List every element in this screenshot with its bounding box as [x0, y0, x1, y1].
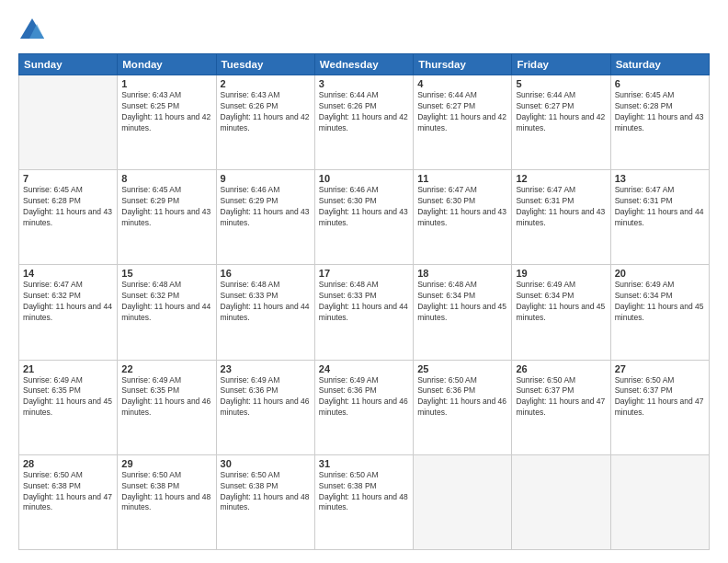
day-number: 28: [23, 458, 113, 469]
day-info: Sunrise: 6:50 AM Sunset: 6:37 PM Dayligh…: [516, 375, 606, 419]
calendar-cell: 23Sunrise: 6:49 AM Sunset: 6:36 PM Dayli…: [216, 360, 314, 454]
calendar-cell: 30Sunrise: 6:50 AM Sunset: 6:38 PM Dayli…: [216, 454, 314, 549]
day-info: Sunrise: 6:47 AM Sunset: 6:31 PM Dayligh…: [615, 185, 705, 229]
calendar-cell: 2Sunrise: 6:43 AM Sunset: 6:26 PM Daylig…: [216, 75, 314, 170]
calendar-cell: 4Sunrise: 6:44 AM Sunset: 6:27 PM Daylig…: [414, 75, 512, 170]
calendar-week-2: 7Sunrise: 6:45 AM Sunset: 6:28 PM Daylig…: [19, 170, 710, 265]
calendar-cell: 31Sunrise: 6:50 AM Sunset: 6:38 PM Dayli…: [314, 454, 413, 549]
calendar-cell: 20Sunrise: 6:49 AM Sunset: 6:34 PM Dayli…: [610, 265, 709, 360]
weekday-header-friday: Friday: [512, 54, 610, 75]
weekday-header-tuesday: Tuesday: [216, 54, 314, 75]
day-number: 16: [221, 268, 311, 279]
day-info: Sunrise: 6:48 AM Sunset: 6:34 PM Dayligh…: [417, 280, 507, 324]
day-info: Sunrise: 6:44 AM Sunset: 6:27 PM Dayligh…: [516, 90, 606, 134]
day-number: 8: [121, 173, 211, 184]
calendar-cell: [610, 454, 709, 549]
day-info: Sunrise: 6:50 AM Sunset: 6:36 PM Dayligh…: [417, 375, 507, 419]
day-number: 22: [121, 363, 211, 374]
weekday-header-monday: Monday: [118, 54, 216, 75]
calendar-cell: 12Sunrise: 6:47 AM Sunset: 6:31 PM Dayli…: [512, 170, 610, 265]
calendar-cell: 27Sunrise: 6:50 AM Sunset: 6:37 PM Dayli…: [610, 360, 709, 454]
calendar-cell: 22Sunrise: 6:49 AM Sunset: 6:35 PM Dayli…: [118, 360, 216, 454]
day-info: Sunrise: 6:46 AM Sunset: 6:29 PM Dayligh…: [221, 185, 311, 229]
day-number: 1: [121, 78, 211, 89]
day-number: 18: [417, 268, 507, 279]
day-info: Sunrise: 6:43 AM Sunset: 6:25 PM Dayligh…: [121, 90, 211, 134]
weekday-header-sunday: Sunday: [19, 54, 118, 75]
day-number: 25: [417, 363, 507, 374]
calendar-cell: 29Sunrise: 6:50 AM Sunset: 6:38 PM Dayli…: [118, 454, 216, 549]
day-info: Sunrise: 6:48 AM Sunset: 6:32 PM Dayligh…: [121, 280, 211, 324]
day-number: 10: [319, 173, 409, 184]
day-number: 6: [615, 78, 705, 89]
day-number: 24: [319, 363, 409, 374]
calendar-cell: 6Sunrise: 6:45 AM Sunset: 6:28 PM Daylig…: [610, 75, 709, 170]
weekday-header-saturday: Saturday: [610, 54, 709, 75]
calendar-cell: 28Sunrise: 6:50 AM Sunset: 6:38 PM Dayli…: [19, 454, 118, 549]
day-number: 17: [319, 268, 409, 279]
day-info: Sunrise: 6:49 AM Sunset: 6:34 PM Dayligh…: [516, 280, 606, 324]
day-info: Sunrise: 6:50 AM Sunset: 6:38 PM Dayligh…: [121, 470, 211, 514]
calendar-week-1: 1Sunrise: 6:43 AM Sunset: 6:25 PM Daylig…: [19, 75, 710, 170]
day-number: 27: [615, 363, 705, 374]
calendar-cell: 17Sunrise: 6:48 AM Sunset: 6:33 PM Dayli…: [314, 265, 413, 360]
calendar-cell: [512, 454, 610, 549]
day-info: Sunrise: 6:47 AM Sunset: 6:32 PM Dayligh…: [23, 280, 113, 324]
day-info: Sunrise: 6:47 AM Sunset: 6:31 PM Dayligh…: [516, 185, 606, 229]
header: [18, 17, 710, 44]
calendar-cell: 16Sunrise: 6:48 AM Sunset: 6:33 PM Dayli…: [216, 265, 314, 360]
calendar-cell: 7Sunrise: 6:45 AM Sunset: 6:28 PM Daylig…: [19, 170, 118, 265]
logo-icon: [18, 17, 46, 44]
weekday-header-wednesday: Wednesday: [314, 54, 413, 75]
calendar-cell: 18Sunrise: 6:48 AM Sunset: 6:34 PM Dayli…: [414, 265, 512, 360]
day-info: Sunrise: 6:50 AM Sunset: 6:37 PM Dayligh…: [615, 375, 705, 419]
day-number: 31: [319, 458, 409, 469]
calendar-cell: 5Sunrise: 6:44 AM Sunset: 6:27 PM Daylig…: [512, 75, 610, 170]
day-number: 9: [221, 173, 311, 184]
day-info: Sunrise: 6:49 AM Sunset: 6:36 PM Dayligh…: [319, 375, 409, 419]
calendar-cell: 21Sunrise: 6:49 AM Sunset: 6:35 PM Dayli…: [19, 360, 118, 454]
day-info: Sunrise: 6:49 AM Sunset: 6:35 PM Dayligh…: [23, 375, 113, 419]
calendar-table: SundayMondayTuesdayWednesdayThursdayFrid…: [18, 53, 710, 550]
day-info: Sunrise: 6:48 AM Sunset: 6:33 PM Dayligh…: [319, 280, 409, 324]
calendar-cell: 13Sunrise: 6:47 AM Sunset: 6:31 PM Dayli…: [610, 170, 709, 265]
day-number: 7: [23, 173, 113, 184]
day-number: 13: [615, 173, 705, 184]
day-number: 5: [516, 78, 606, 89]
day-info: Sunrise: 6:49 AM Sunset: 6:35 PM Dayligh…: [121, 375, 211, 419]
day-number: 11: [417, 173, 507, 184]
day-info: Sunrise: 6:47 AM Sunset: 6:30 PM Dayligh…: [417, 185, 507, 229]
day-number: 20: [615, 268, 705, 279]
logo: [18, 17, 50, 44]
day-number: 12: [516, 173, 606, 184]
calendar-week-5: 28Sunrise: 6:50 AM Sunset: 6:38 PM Dayli…: [19, 454, 710, 549]
calendar-week-4: 21Sunrise: 6:49 AM Sunset: 6:35 PM Dayli…: [19, 360, 710, 454]
calendar-cell: 14Sunrise: 6:47 AM Sunset: 6:32 PM Dayli…: [19, 265, 118, 360]
day-info: Sunrise: 6:43 AM Sunset: 6:26 PM Dayligh…: [221, 90, 311, 134]
calendar-cell: 10Sunrise: 6:46 AM Sunset: 6:30 PM Dayli…: [314, 170, 413, 265]
day-info: Sunrise: 6:49 AM Sunset: 6:34 PM Dayligh…: [615, 280, 705, 324]
day-number: 29: [121, 458, 211, 469]
day-info: Sunrise: 6:48 AM Sunset: 6:33 PM Dayligh…: [221, 280, 311, 324]
day-number: 2: [221, 78, 311, 89]
calendar-cell: 24Sunrise: 6:49 AM Sunset: 6:36 PM Dayli…: [314, 360, 413, 454]
weekday-header-thursday: Thursday: [414, 54, 512, 75]
day-info: Sunrise: 6:50 AM Sunset: 6:38 PM Dayligh…: [221, 470, 311, 514]
day-number: 3: [319, 78, 409, 89]
day-info: Sunrise: 6:50 AM Sunset: 6:38 PM Dayligh…: [319, 470, 409, 514]
day-info: Sunrise: 6:45 AM Sunset: 6:28 PM Dayligh…: [615, 90, 705, 134]
calendar-cell: 3Sunrise: 6:44 AM Sunset: 6:26 PM Daylig…: [314, 75, 413, 170]
day-info: Sunrise: 6:45 AM Sunset: 6:29 PM Dayligh…: [121, 185, 211, 229]
day-number: 21: [23, 363, 113, 374]
day-info: Sunrise: 6:44 AM Sunset: 6:26 PM Dayligh…: [319, 90, 409, 134]
day-info: Sunrise: 6:45 AM Sunset: 6:28 PM Dayligh…: [23, 185, 113, 229]
calendar-cell: 26Sunrise: 6:50 AM Sunset: 6:37 PM Dayli…: [512, 360, 610, 454]
weekday-header-row: SundayMondayTuesdayWednesdayThursdayFrid…: [19, 54, 710, 75]
day-number: 4: [417, 78, 507, 89]
day-number: 15: [121, 268, 211, 279]
day-info: Sunrise: 6:49 AM Sunset: 6:36 PM Dayligh…: [221, 375, 311, 419]
day-number: 30: [221, 458, 311, 469]
day-number: 19: [516, 268, 606, 279]
calendar-cell: 19Sunrise: 6:49 AM Sunset: 6:34 PM Dayli…: [512, 265, 610, 360]
calendar-cell: 15Sunrise: 6:48 AM Sunset: 6:32 PM Dayli…: [118, 265, 216, 360]
